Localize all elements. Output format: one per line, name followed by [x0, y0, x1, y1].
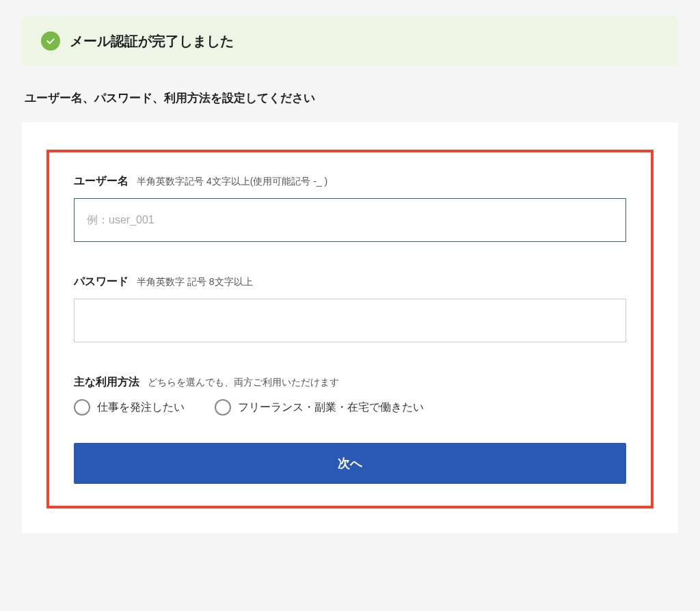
- highlight-box: ユーザー名 半角英数字記号 4文字以上(使用可能記号 -_ ) パスワード 半角…: [46, 150, 654, 508]
- page-instruction: ユーザー名、パスワード、利用方法を設定してください: [22, 90, 678, 106]
- password-label: パスワード: [74, 275, 129, 289]
- next-button[interactable]: 次へ: [74, 443, 626, 484]
- usage-label: 主な利用方法: [74, 375, 139, 390]
- usage-radio-row: 仕事を発注したい フリーランス・副業・在宅で働きたい: [74, 399, 626, 416]
- banner-text: メール認証が完了しました: [70, 32, 234, 51]
- password-field-group: パスワード 半角英数字 記号 8文字以上: [74, 275, 626, 342]
- username-field-group: ユーザー名 半角英数字記号 4文字以上(使用可能記号 -_ ): [74, 174, 626, 242]
- radio-option-client[interactable]: 仕事を発注したい: [74, 399, 185, 416]
- username-label: ユーザー名: [74, 174, 129, 189]
- radio-circle-icon: [74, 399, 90, 416]
- check-circle-icon: [41, 31, 60, 51]
- username-hint: 半角英数字記号 4文字以上(使用可能記号 -_ ): [137, 176, 327, 188]
- form-card: ユーザー名 半角英数字記号 4文字以上(使用可能記号 -_ ) パスワード 半角…: [22, 122, 678, 533]
- usage-field-group: 主な利用方法 どちらを選んでも、両方ご利用いただけます 仕事を発注したい フリー…: [74, 375, 626, 416]
- username-input[interactable]: [74, 198, 626, 242]
- password-hint: 半角英数字 記号 8文字以上: [137, 276, 253, 288]
- radio-option-worker[interactable]: フリーランス・副業・在宅で働きたい: [215, 399, 424, 416]
- radio-label-worker: フリーランス・副業・在宅で働きたい: [238, 400, 424, 415]
- radio-circle-icon: [215, 399, 231, 416]
- success-banner: メール認証が完了しました: [22, 16, 678, 66]
- usage-hint: どちらを選んでも、両方ご利用いただけます: [148, 377, 339, 389]
- radio-label-client: 仕事を発注したい: [97, 400, 185, 415]
- password-input[interactable]: [74, 299, 626, 342]
